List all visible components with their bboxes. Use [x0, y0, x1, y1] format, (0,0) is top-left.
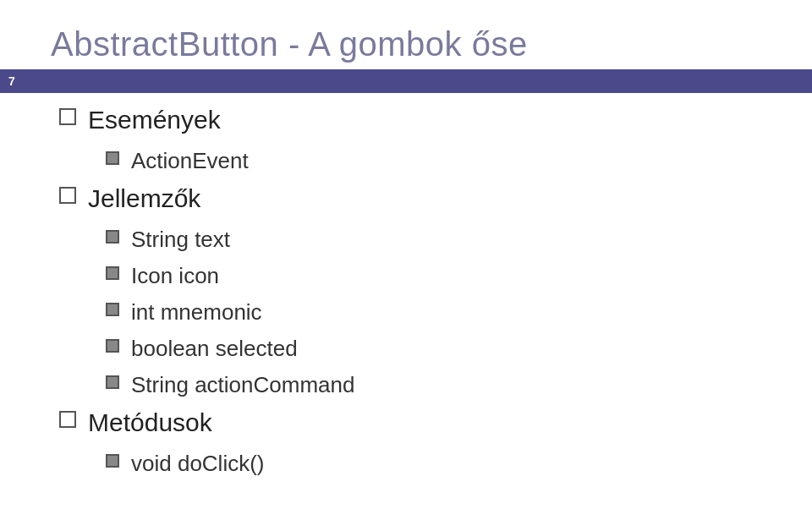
- list-item: int mnemonic: [106, 299, 761, 326]
- boolean-selected-label: boolean selected: [131, 336, 298, 362]
- checkbox-icon-l1: [59, 108, 76, 125]
- icon-icon-label: Icon icon: [131, 263, 219, 289]
- checkbox-icon-l2: [106, 151, 119, 165]
- checkbox-icon-l2: [106, 303, 119, 316]
- list-item: Események: [59, 106, 761, 134]
- list-item: String actionCommand: [106, 372, 761, 398]
- slide-number: 7: [8, 74, 15, 88]
- slide-number-bar: 7: [0, 69, 812, 93]
- list-item: String text: [106, 227, 761, 253]
- esemenyek-label: Események: [88, 106, 221, 134]
- void-doclick-label: void doClick(): [131, 451, 265, 477]
- list-item: ActionEvent: [106, 148, 761, 174]
- list-item: boolean selected: [106, 336, 761, 362]
- string-actioncommand-label: String actionCommand: [131, 372, 354, 398]
- actionevent-label: ActionEvent: [131, 148, 249, 174]
- int-mnemonic-label: int mnemonic: [131, 299, 262, 326]
- checkbox-icon-l2: [106, 266, 119, 280]
- list-item: Jellemzők: [59, 184, 761, 213]
- list-item: Icon icon: [106, 263, 761, 289]
- checkbox-icon-l1: [59, 187, 76, 204]
- checkbox-icon-l2: [106, 339, 119, 353]
- content-area: Események ActionEvent Jellemzők String t…: [51, 106, 761, 477]
- checkbox-icon-l2: [106, 375, 119, 389]
- checkbox-icon-l2: [106, 454, 119, 468]
- jellemzok-label: Jellemzők: [88, 184, 200, 213]
- checkbox-icon-l1: [59, 411, 76, 428]
- slide-container: AbstractButton - A gombok őse 7 Eseménye…: [0, 0, 812, 520]
- list-item: void doClick(): [106, 451, 761, 477]
- metodusok-label: Metódusok: [88, 408, 212, 437]
- checkbox-icon-l2: [106, 230, 119, 244]
- slide-title: AbstractButton - A gombok őse: [51, 25, 761, 63]
- string-text-label: String text: [131, 227, 230, 253]
- list-item: Metódusok: [59, 408, 761, 437]
